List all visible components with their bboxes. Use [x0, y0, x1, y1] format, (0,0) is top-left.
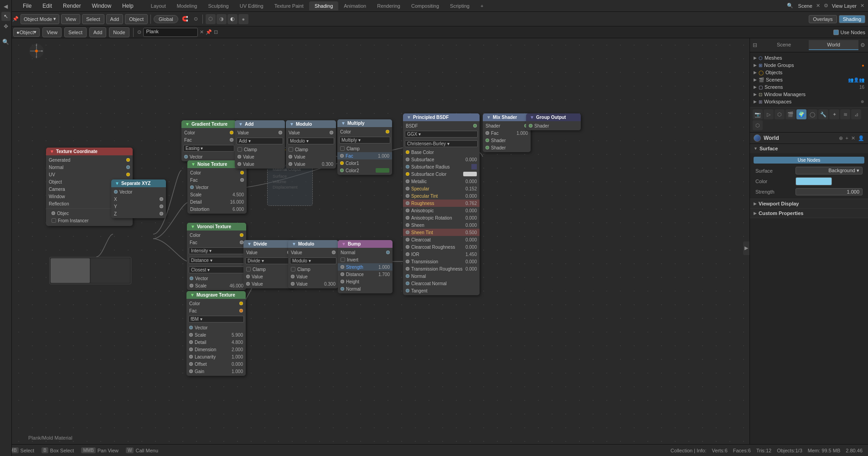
- tab-modeling[interactable]: Modeling: [171, 1, 203, 10]
- add-button[interactable]: Add: [106, 14, 124, 24]
- div-dropdown[interactable]: Divide ▾: [245, 257, 292, 264]
- outliner-node-groups[interactable]: ▶ ⊞ Node Groups ●: [750, 61, 868, 69]
- menu-edit[interactable]: Edit: [40, 2, 55, 10]
- mul-dropdown[interactable]: Multiply ▾: [339, 137, 390, 143]
- vor-scale-value[interactable]: 46.000: [229, 283, 243, 288]
- vor-intensity-dropdown[interactable]: Intensity ▾: [189, 247, 244, 254]
- outliner-objects[interactable]: ▶ ◯ Objects: [750, 69, 868, 76]
- mul-color2-socket[interactable]: [340, 169, 344, 172]
- bump-distance-socket[interactable]: [341, 272, 344, 276]
- modulo2-node[interactable]: ▼ Modulo Value Modulo ▾ Clamp Value: [288, 240, 338, 288]
- render-props-icon[interactable]: 📷: [753, 109, 763, 119]
- pr-christensen-dropdown[interactable]: Christensen-Burley ▾: [405, 140, 478, 147]
- pr-bsdf-out-socket[interactable]: [473, 124, 477, 128]
- menu-window[interactable]: Window: [89, 2, 114, 10]
- div-val2-socket[interactable]: [246, 282, 250, 286]
- view-button[interactable]: View: [61, 14, 80, 24]
- mod2-clamp-check[interactable]: [291, 267, 295, 272]
- mus-scale-value[interactable]: 5.900: [232, 333, 243, 338]
- tab-rendering[interactable]: Rendering: [372, 1, 406, 10]
- world-fake-user-icon[interactable]: 👤: [858, 135, 864, 141]
- pr-subsurface-value[interactable]: 0.000: [465, 157, 477, 162]
- filter-icon[interactable]: ⊟: [753, 42, 757, 48]
- sxyz-x-socket[interactable]: [160, 197, 163, 201]
- snap-magnet-icon[interactable]: 🧲: [180, 15, 190, 23]
- object-button[interactable]: Object: [125, 14, 148, 24]
- outliner-scenes[interactable]: ▶ 🎬 Scenes 👥👤👥: [750, 76, 868, 83]
- mod2-val2-value[interactable]: 0.300: [324, 282, 336, 287]
- node-name-icon2[interactable]: ⊡: [214, 29, 218, 35]
- mod1-dropdown[interactable]: Modulo ▾: [288, 138, 334, 144]
- pr-clearcoat-rough-value[interactable]: 0.000: [465, 245, 477, 250]
- mus-lacunarity-socket[interactable]: [189, 355, 193, 359]
- bump-invert-check[interactable]: [341, 257, 345, 262]
- node-canvas[interactable]: Material Output Surface Volume Displacem…: [12, 38, 749, 444]
- scene-props-icon[interactable]: 🎬: [785, 109, 796, 119]
- mod2-val1-socket[interactable]: [291, 275, 294, 278]
- menu-render[interactable]: Render: [60, 2, 83, 10]
- modulo1-node[interactable]: ▼ Modulo Value Modulo ▾ Clamp Value: [286, 120, 336, 169]
- pr-normal-socket[interactable]: [406, 274, 409, 278]
- mul-fac-socket[interactable]: [340, 154, 344, 158]
- mus-dimension-socket[interactable]: [189, 348, 193, 351]
- mix-shader1-socket[interactable]: [486, 138, 489, 142]
- pr-anisotropic-value[interactable]: 0.000: [465, 208, 477, 213]
- add-val2-socket[interactable]: [238, 162, 241, 166]
- voronoi-texture-node[interactable]: ▼ Voronoi Texture Color Fac Intensity ▾ …: [187, 223, 246, 290]
- tab-add[interactable]: +: [475, 1, 489, 10]
- mus-detail-socket[interactable]: [189, 340, 193, 344]
- object-mode-dropdown[interactable]: Object Mode ▾: [21, 14, 59, 24]
- vor-vector-socket[interactable]: [190, 277, 193, 280]
- mul-color2-swatch[interactable]: [376, 168, 389, 173]
- world-unlink-icon[interactable]: ✕: [851, 135, 855, 141]
- transform-global-dropdown[interactable]: Global: [154, 15, 178, 23]
- object-props-icon[interactable]: ◯: [807, 109, 817, 119]
- pr-sheen-tint-socket[interactable]: [406, 231, 409, 234]
- tc-normal-socket[interactable]: [126, 165, 130, 169]
- node-name-close[interactable]: ✕: [200, 29, 204, 35]
- mix-fac-socket[interactable]: [486, 131, 489, 135]
- pr-sheen-socket[interactable]: [406, 223, 409, 227]
- view-layer-close-icon[interactable]: ✕: [860, 3, 864, 9]
- use-nodes-button[interactable]: Use Nodes: [754, 157, 864, 164]
- world-tab[interactable]: World: [809, 40, 858, 50]
- pr-ior-socket[interactable]: [406, 252, 409, 256]
- world-color-swatch[interactable]: [796, 177, 832, 185]
- view-layer-props-icon[interactable]: ⬡: [775, 109, 785, 119]
- pr-metallic-socket[interactable]: [406, 179, 409, 183]
- vor-scale-socket[interactable]: [190, 284, 193, 287]
- vor-closest-dropdown[interactable]: Closest ▾: [189, 266, 244, 273]
- pr-clearcoat-normal-socket[interactable]: [406, 282, 409, 285]
- output-props-icon[interactable]: ▷: [764, 109, 774, 119]
- tab-texture-paint[interactable]: Texture Paint: [269, 1, 309, 10]
- pr-transmission-rough-socket[interactable]: [406, 267, 409, 271]
- tc-from-instancer-check[interactable]: [52, 218, 56, 223]
- node-add-btn[interactable]: Add: [89, 27, 107, 37]
- noise-distortion-value[interactable]: 6.000: [232, 207, 244, 212]
- mix-fac-value[interactable]: 1.000: [517, 131, 528, 136]
- mul-color1-socket[interactable]: [340, 161, 344, 165]
- bump-normal-in-socket[interactable]: [341, 287, 344, 291]
- pr-transmission-rough-value[interactable]: 0.000: [465, 266, 477, 272]
- pin-icon[interactable]: 📌: [12, 16, 19, 22]
- menu-help[interactable]: Help: [119, 2, 136, 10]
- noise-vector-socket[interactable]: [190, 185, 194, 189]
- mod1-val2-value[interactable]: 0.300: [322, 162, 333, 167]
- tc-uv-socket[interactable]: [126, 173, 130, 176]
- outliner-screens[interactable]: ▶ ▢ Screens 16: [750, 83, 868, 91]
- select-tool-icon[interactable]: ↖: [1, 12, 10, 21]
- vor-distance-dropdown[interactable]: Distance ▾: [189, 257, 244, 264]
- outliner-workspaces[interactable]: ▶ ⊞ Workspaces ⊕: [750, 98, 868, 105]
- sxyz-input-socket[interactable]: [114, 190, 118, 194]
- pr-sheen-tint-value[interactable]: 0.500: [465, 230, 477, 235]
- grad-vector-socket[interactable]: [184, 155, 188, 159]
- mod2-val2-socket[interactable]: [291, 282, 294, 286]
- node-name-pin[interactable]: 📌: [206, 29, 212, 35]
- grad-easing-dropdown[interactable]: Easing ▾: [183, 145, 234, 152]
- pr-ior-value[interactable]: 1.450: [465, 252, 477, 257]
- overlays-button[interactable]: Overlays: [809, 15, 837, 23]
- pan-view-status[interactable]: MMB Pan View: [81, 447, 119, 453]
- collapse-right-arrow[interactable]: ▶: [743, 241, 749, 255]
- principled-bsdf-node[interactable]: ▼ Principled BSDF BSDF GGX ▾ Christensen…: [403, 113, 480, 295]
- mul-fac-value[interactable]: 1.000: [378, 154, 389, 159]
